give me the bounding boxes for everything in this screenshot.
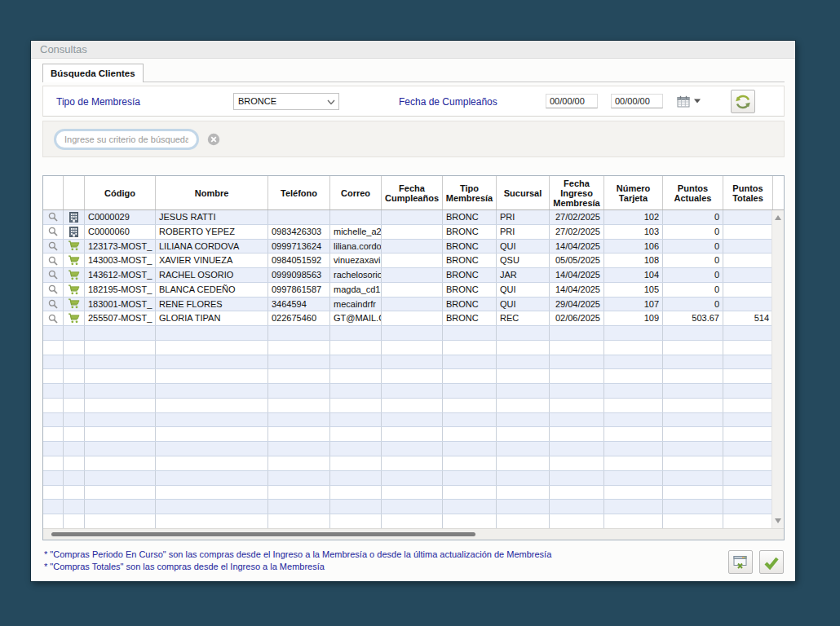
cell-fecha_ingreso: 27/02/2025 [550, 225, 604, 239]
magnifier-icon[interactable] [48, 270, 58, 280]
table-row[interactable]: C0000029JESUS RATTIBRONCPRI27/02/2025102… [43, 210, 773, 225]
cell-fecha_ingreso: 14/04/2025 [550, 283, 604, 297]
column-header-sucursal[interactable]: Sucursal [497, 176, 550, 209]
column-header-puntos_actuales[interactable]: Puntos Actuales [663, 176, 723, 209]
column-header-fecha_cumpleanos[interactable]: Fecha Cumpleaños [382, 176, 443, 209]
cell-correo [330, 384, 382, 398]
table-row[interactable]: C0000060ROBERTO YEPEZ0983426303michelle_… [43, 225, 773, 240]
refresh-icon [734, 93, 752, 111]
cell-sucursal [497, 369, 550, 383]
calendar-button[interactable] [677, 94, 705, 108]
table-row-empty[interactable] [43, 369, 773, 384]
cell-sucursal: PRI [497, 225, 550, 239]
cell-fecha_ingreso [550, 514, 604, 528]
cell-nombre [156, 355, 268, 369]
search-input[interactable] [54, 129, 199, 150]
horizontal-scroll-thumb[interactable] [51, 532, 475, 536]
column-header-nombre[interactable]: Nombre [156, 176, 268, 209]
column-header-tipo_membresia[interactable]: Tipo Membresía [443, 176, 497, 209]
table-row-empty[interactable] [43, 384, 773, 399]
cell-fecha_ingreso [550, 399, 604, 412]
table-row-empty[interactable] [43, 355, 773, 370]
accept-button[interactable] [759, 550, 784, 574]
table-row[interactable]: 182195-MOST_BLANCA CEDEÑO0997861587magda… [43, 283, 773, 298]
table-row-empty[interactable] [43, 456, 773, 471]
vertical-scrollbar[interactable] [771, 210, 784, 528]
table-row-empty[interactable] [43, 442, 773, 456]
magnifier-icon[interactable] [48, 241, 58, 251]
cell-codigo: 143612-MOST_ [85, 268, 156, 282]
cell-puntos_actuales [663, 486, 723, 500]
birthday-to-input[interactable] [611, 94, 663, 108]
table-row-empty[interactable] [43, 486, 773, 500]
table-row-empty[interactable] [43, 471, 773, 486]
column-header-correo[interactable]: Correo [330, 176, 382, 209]
clear-search-button[interactable] [207, 133, 220, 146]
column-header-fecha_ingreso[interactable]: Fecha Ingreso Membresía [550, 176, 604, 209]
magnifier-icon[interactable] [48, 227, 58, 236]
cell-telefono [268, 369, 330, 383]
table-row-empty[interactable] [43, 399, 773, 413]
cell-puntos_actuales [663, 399, 723, 412]
cell-fecha_cumpleanos [382, 311, 443, 325]
cell-icon [64, 253, 85, 267]
magnifier-icon[interactable] [48, 256, 58, 266]
table-row-empty[interactable] [43, 413, 773, 428]
column-header-action[interactable] [43, 176, 64, 209]
cell-action [43, 341, 64, 355]
cell-numero_tarjeta [604, 486, 663, 500]
cell-correo [330, 399, 382, 412]
cell-nombre: RACHEL OSORIO [156, 268, 268, 282]
column-header-puntos_totales[interactable]: Puntos Totales [723, 176, 773, 209]
scroll-up-arrow-icon[interactable] [775, 215, 781, 220]
cart-icon [68, 270, 80, 280]
cell-correo [330, 514, 382, 528]
horizontal-scrollbar[interactable] [43, 528, 784, 540]
cell-tipo_membresia [443, 500, 497, 514]
cell-fecha_ingreso [550, 442, 604, 456]
table-row-empty[interactable] [43, 427, 773, 442]
cell-numero_tarjeta [604, 326, 663, 340]
column-header-numero_tarjeta[interactable]: Número Tarjeta [604, 176, 663, 209]
cell-telefono [268, 355, 330, 369]
tab-busqueda-clientes[interactable]: Búsqueda Clientes [42, 64, 144, 82]
export-button[interactable] [728, 550, 753, 574]
table-row-empty[interactable] [43, 514, 773, 528]
magnifier-icon[interactable] [48, 284, 58, 294]
cell-codigo [85, 326, 156, 340]
table-row[interactable]: 123173-MOST_LILIANA CORDOVA0999713624lil… [43, 240, 773, 254]
column-header-icon[interactable] [64, 176, 85, 209]
cell-fecha_ingreso [550, 486, 604, 500]
table-row[interactable]: 143003-MOST_XAVIER VINUEZA0984051592vinu… [43, 253, 773, 268]
cell-fecha_ingreso [550, 384, 604, 398]
table-row-empty[interactable] [43, 500, 773, 514]
table-row-empty[interactable] [43, 341, 773, 355]
cell-sucursal: QUI [497, 298, 550, 311]
refresh-button[interactable] [731, 90, 755, 113]
magnifier-icon[interactable] [48, 314, 58, 324]
cell-puntos_totales [723, 442, 773, 456]
magnifier-icon[interactable] [48, 299, 58, 309]
birthday-from-input[interactable] [546, 94, 598, 108]
table-row-empty[interactable] [43, 326, 773, 341]
cell-puntos_actuales [663, 471, 723, 485]
cell-puntos_totales [723, 514, 773, 528]
table-row[interactable]: 255507-MOST_GLORIA TIPAN022675460GT@MAIL… [43, 311, 773, 326]
cell-tipo_membresia [443, 384, 497, 398]
cell-correo [330, 210, 382, 224]
cell-correo: vinuezaxavi [330, 253, 382, 267]
column-header-telefono[interactable]: Teléfono [268, 176, 330, 209]
cell-correo: mecaindrfr [330, 298, 382, 311]
column-header-codigo[interactable]: Código [85, 176, 156, 209]
cell-numero_tarjeta [604, 384, 663, 398]
table-row[interactable]: 143612-MOST_RACHEL OSORIO0999098563rache… [43, 268, 773, 283]
magnifier-icon[interactable] [48, 212, 58, 222]
cell-tipo_membresia: BRONC [443, 268, 497, 282]
cart-icon [68, 298, 80, 309]
membership-select[interactable]: BRONCE [233, 93, 339, 110]
cell-icon [64, 399, 85, 412]
table-row[interactable]: 183001-MOST_RENE FLORES3464594mecaindrfr… [43, 298, 773, 312]
scroll-down-arrow-icon[interactable] [775, 518, 781, 523]
cell-icon [64, 413, 85, 427]
cell-correo [330, 456, 382, 470]
